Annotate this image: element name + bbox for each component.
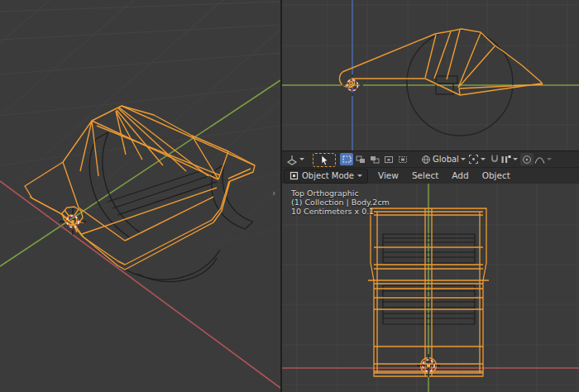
menu-object[interactable]: Object [476,168,517,184]
chevron-down-icon [299,158,304,160]
area-divider-vertical[interactable] [280,0,282,392]
view-name-text: Top Orthographic [291,189,390,198]
falloff-curve-icon [534,155,545,165]
menu-add[interactable]: Add [445,168,475,184]
chevron-down-icon [461,158,466,160]
orientation-label: Global [433,155,459,164]
menu-select[interactable]: Select [405,168,445,184]
snap-increment-icon [500,155,511,165]
pivot-point-button[interactable] [467,153,487,165]
proportional-falloff-button[interactable] [533,153,553,165]
select-set-icon[interactable] [340,153,353,165]
selected-body-wireframe [25,106,255,270]
viewport-header: Global [282,151,579,184]
grid-scale-text: 10 Centimeters x 0.1 [291,207,390,216]
blender-window: Global [0,0,579,392]
panel-toggle-arrow[interactable]: › [272,189,275,198]
select-extend-icon[interactable] [354,153,367,165]
object-origin-dot [427,364,431,368]
editor-type-3d-viewport-icon [286,154,298,165]
editor-type-button[interactable] [285,153,306,165]
chevron-down-icon [547,158,552,160]
collection-object-text: (1) Collection | Body.2cm [291,198,390,207]
3d-cursor[interactable] [417,354,440,377]
side-scene [282,0,579,151]
tool-settings-bar: Global [282,151,579,168]
viewport-menu-bar: Object Mode View Select Add Object [282,168,579,184]
transform-orientation-button[interactable]: Global [419,153,467,165]
chevron-down-icon [513,158,518,160]
select-box-cursor-icon [320,155,329,165]
select-subtract-icon[interactable] [368,153,381,165]
orientation-globe-icon [421,155,431,165]
select-intersect-icon[interactable] [396,153,409,165]
select-mode-group [340,153,409,165]
viewport-side-ortho[interactable] [282,0,579,151]
object-mode-icon [290,171,299,180]
mode-dropdown[interactable]: Object Mode [284,169,368,184]
viewport-top-ortho[interactable]: Top Orthographic (1) Collection | Body.2… [282,184,579,392]
unselected-wheel-wireframe [89,132,253,282]
proportional-editing-button[interactable] [520,153,534,165]
perspective-grid [0,0,280,392]
mode-label: Object Mode [302,172,354,180]
pivot-point-icon [468,154,479,165]
proportional-editing-icon [522,155,532,165]
chevron-down-icon [357,174,362,177]
active-tool-button[interactable] [313,153,336,167]
menu-view[interactable]: View [371,168,405,184]
snap-target-button[interactable] [499,153,519,165]
chevron-down-icon [481,158,486,160]
viewport-info-overlay: Top Orthographic (1) Collection | Body.2… [291,189,390,216]
perspective-scene [0,0,280,392]
object-origin-dot [71,220,74,223]
viewport-perspective[interactable] [0,0,280,392]
select-invert-icon[interactable] [382,153,395,165]
area-divider-horizontal[interactable] [282,151,579,151]
